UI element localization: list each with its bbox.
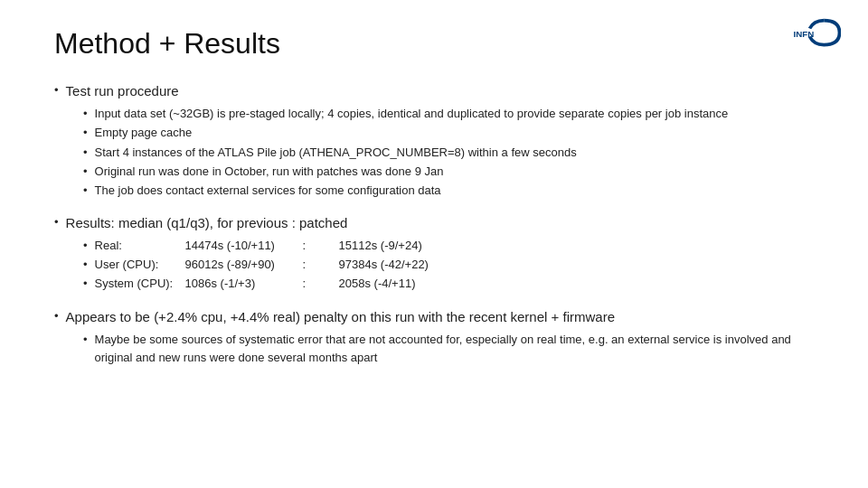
list-item: • Start 4 instances of the ATLAS Pile jo… bbox=[83, 144, 814, 162]
bullet-dot: • bbox=[83, 331, 88, 349]
results-row-user: • User (CPU): 96012s (-89/+90) : 97384s … bbox=[83, 256, 814, 274]
results-patch-system: 2058s (-4/+11) bbox=[339, 275, 416, 293]
section3-main-label: Appears to be (+2.4% cpu, +4.4% real) pe… bbox=[66, 306, 615, 327]
bullet-dot: • bbox=[83, 275, 88, 293]
results-prev-user: 96012s (-89/+90) bbox=[185, 256, 303, 274]
infn-logo: INFN bbox=[787, 16, 841, 49]
bullet-dot: • bbox=[83, 256, 88, 274]
section3-sub: • Maybe be some sources of systematic er… bbox=[54, 331, 814, 367]
results-sep-system: : bbox=[303, 275, 339, 293]
list-item: • The job does contact external services… bbox=[83, 182, 814, 200]
results-label-user: User (CPU): bbox=[95, 256, 185, 274]
bullet-dot: • bbox=[83, 124, 88, 142]
sub-item-text: The job does contact external services f… bbox=[95, 182, 441, 200]
results-row-system: • System (CPU): 1086s (-1/+3) : 2058s (-… bbox=[83, 275, 814, 293]
page-title: Method + Results bbox=[54, 27, 814, 61]
bullet-dot: • bbox=[83, 182, 88, 200]
results-patch-real: 15112s (-9/+24) bbox=[339, 237, 422, 255]
bullet-dot: • bbox=[83, 237, 88, 255]
bullet-dot: • bbox=[83, 105, 88, 123]
list-item: • Maybe be some sources of systematic er… bbox=[83, 331, 814, 367]
results-patch-user: 97384s (-42/+22) bbox=[339, 256, 429, 274]
results-sep-user: : bbox=[303, 256, 339, 274]
results-prev-real: 14474s (-10/+11) bbox=[185, 237, 303, 255]
section3-main: • Appears to be (+2.4% cpu, +4.4% real) … bbox=[54, 306, 814, 327]
bullet-dot: • bbox=[83, 144, 88, 162]
slide: INFN Method + Results • Test run procedu… bbox=[0, 0, 868, 488]
bullet-dot: • bbox=[54, 307, 59, 325]
section-3: • Appears to be (+2.4% cpu, +4.4% real) … bbox=[54, 306, 814, 368]
results-label-real: Real: bbox=[95, 237, 185, 255]
list-item: • Empty page cache bbox=[83, 124, 814, 142]
svg-text:INFN: INFN bbox=[794, 29, 815, 39]
results-grid: • Real: 14474s (-10/+11) : 15112s (-9/+2… bbox=[54, 237, 814, 293]
section2-main-label: Results: median (q1/q3), for previous : … bbox=[66, 212, 348, 233]
section2-main: • Results: median (q1/q3), for previous … bbox=[54, 212, 814, 233]
sub-item-text: Start 4 instances of the ATLAS Pile job … bbox=[95, 144, 577, 162]
section-1: • Test run procedure • Input data set (~… bbox=[54, 80, 814, 200]
results-sep-real: : bbox=[303, 237, 339, 255]
section1-main: • Test run procedure bbox=[54, 80, 814, 101]
section-2: • Results: median (q1/q3), for previous … bbox=[54, 212, 814, 294]
content-area: • Test run procedure • Input data set (~… bbox=[54, 80, 814, 367]
sub-item-text: Empty page cache bbox=[95, 124, 193, 142]
results-label-system: System (CPU): bbox=[95, 275, 185, 293]
section1-sub: • Input data set (~32GB) is pre-staged l… bbox=[54, 105, 814, 200]
bullet-dot: • bbox=[54, 81, 59, 99]
bullet-dot: • bbox=[54, 213, 59, 231]
section3-sub-text: Maybe be some sources of systematic erro… bbox=[95, 331, 814, 367]
results-row-real: • Real: 14474s (-10/+11) : 15112s (-9/+2… bbox=[83, 237, 814, 255]
list-item: • Input data set (~32GB) is pre-staged l… bbox=[83, 105, 814, 123]
sub-item-text: Original run was done in October, run wi… bbox=[95, 163, 444, 181]
list-item: • Original run was done in October, run … bbox=[83, 163, 814, 181]
bullet-dot: • bbox=[83, 163, 88, 181]
results-prev-system: 1086s (-1/+3) bbox=[185, 275, 303, 293]
sub-item-text: Input data set (~32GB) is pre-staged loc… bbox=[95, 105, 729, 123]
section1-main-label: Test run procedure bbox=[66, 80, 179, 101]
